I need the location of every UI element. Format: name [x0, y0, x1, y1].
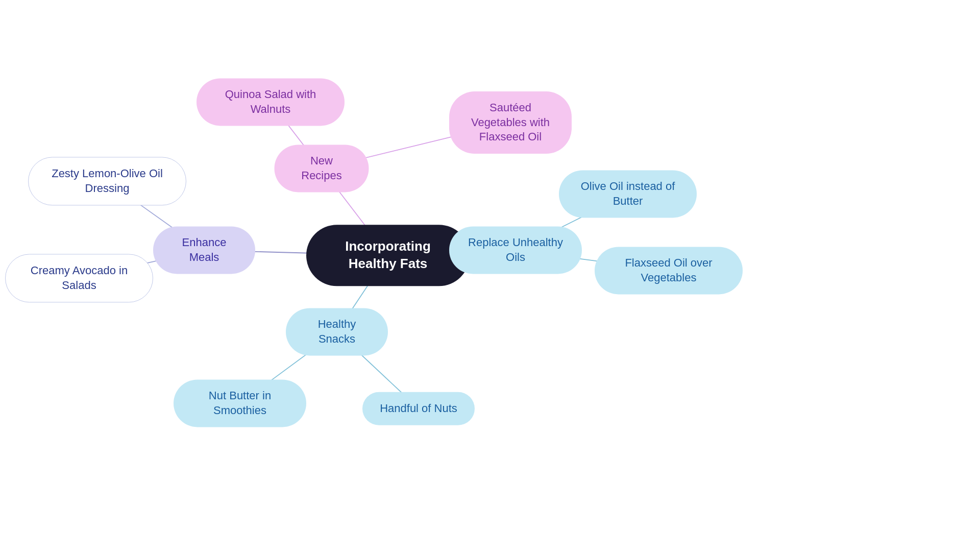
svg-line-11 [516, 250, 669, 271]
svg-line-4 [107, 181, 204, 250]
svg-line-2 [322, 123, 510, 169]
svg-line-5 [79, 250, 204, 278]
svg-line-6 [337, 255, 388, 332]
svg-line-7 [240, 332, 337, 403]
svg-line-10 [516, 194, 628, 250]
svg-line-8 [337, 332, 419, 408]
svg-line-0 [322, 169, 388, 255]
svg-line-3 [204, 250, 388, 255]
svg-line-9 [388, 250, 516, 255]
mindmap-canvas [0, 0, 980, 553]
svg-line-1 [271, 102, 322, 169]
